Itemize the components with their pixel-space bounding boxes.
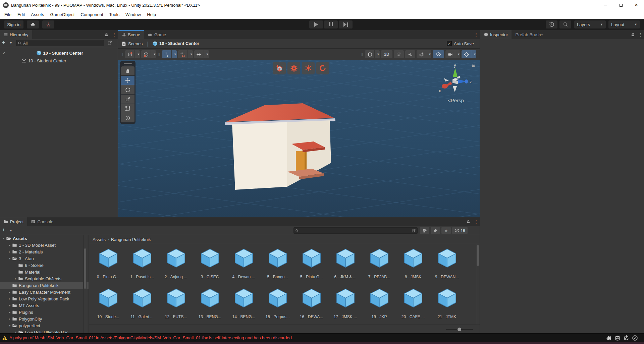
disclosure-arrow-icon[interactable] — [7, 297, 12, 300]
asset-item[interactable]: 16 - DEWA... — [294, 287, 328, 320]
debugger-disabled-button[interactable] — [604, 334, 613, 342]
projection-toggle[interactable]: <Persp — [437, 98, 474, 103]
tree-row[interactable]: polyperfect — [0, 322, 89, 329]
asset-item[interactable]: 4 - Dewan ... — [227, 247, 261, 280]
scene-visibility-button[interactable] — [433, 50, 444, 58]
view-hand-tool-button[interactable] — [121, 66, 135, 75]
tab-hierarchy[interactable]: Hierarchy — [0, 30, 32, 39]
step-button[interactable] — [339, 20, 353, 28]
drag-grip-icon[interactable]: ‖ — [121, 52, 124, 57]
tree-row[interactable]: 3 - Atan — [0, 255, 89, 262]
zoom-slider-knob[interactable] — [458, 328, 461, 331]
breadcrumb-current[interactable]: 10 - Student Center — [159, 41, 199, 46]
gizmos-dropdown[interactable]: ▼ — [471, 50, 476, 58]
tree-row[interactable]: Plugins — [0, 309, 89, 316]
menu-item[interactable]: Window — [122, 10, 144, 19]
close-button[interactable]: × — [629, 0, 644, 10]
search-by-type-button[interactable] — [420, 227, 429, 234]
hidden-packages-button[interactable]: 16 — [452, 227, 468, 234]
asset-item[interactable]: 19 - JKP — [362, 287, 396, 320]
minimize-button[interactable] — [598, 0, 613, 10]
favorites-button[interactable]: ★ — [441, 227, 451, 234]
orientation-gizmo[interactable]: y x z — [436, 62, 476, 99]
search-button[interactable] — [559, 20, 571, 28]
asset-item[interactable]: 8 - JMSK — [396, 247, 430, 280]
scene-lighting-button[interactable] — [394, 50, 404, 58]
tree-row[interactable]: 2 - Materials — [0, 248, 89, 255]
tree-row[interactable]: 6 - Scene — [0, 262, 89, 269]
grid-snapping-button[interactable] — [162, 50, 171, 58]
layers-dropdown[interactable]: Layers▼ — [574, 20, 606, 28]
asset-item[interactable]: 2 - Anjung ... — [159, 247, 193, 280]
undo-history-button[interactable] — [546, 20, 557, 28]
tree-row[interactable]: Assets — [0, 235, 89, 242]
activity-ok-button[interactable] — [631, 334, 639, 342]
scene-effects-button[interactable] — [417, 50, 426, 58]
snap-button[interactable] — [178, 50, 187, 58]
asset-item[interactable]: 0 - Pintu G... — [91, 247, 125, 280]
tab-console[interactable]: Console — [27, 217, 57, 226]
lock-icon[interactable] — [471, 63, 476, 68]
tree-scrollbar[interactable] — [83, 235, 87, 334]
transform-tool-button[interactable] — [121, 113, 135, 122]
kebab-menu-icon[interactable]: ⋮ — [112, 32, 116, 37]
disclosure-arrow-icon[interactable] — [7, 257, 12, 260]
rect-tool-button[interactable] — [121, 104, 135, 113]
kebab-menu-icon[interactable]: ⋮ — [638, 32, 643, 37]
collab-button[interactable] — [42, 20, 54, 28]
menu-item[interactable]: Edit — [14, 10, 28, 19]
asset-item[interactable]: 5 - Pintu G... — [294, 247, 328, 280]
cloud-button[interactable] — [27, 20, 39, 28]
menu-item[interactable]: Tools — [106, 10, 122, 19]
disclosure-arrow-icon[interactable] — [13, 277, 18, 280]
move-tool-button[interactable] — [121, 76, 135, 85]
menu-item[interactable]: Component — [77, 10, 106, 19]
disclosure-arrow-icon[interactable] — [7, 243, 12, 247]
tree-row[interactable]: MT Assets — [0, 302, 89, 309]
tree-row[interactable]: Bangunan Politeknik — [0, 282, 89, 289]
tree-row[interactable]: Scriptable ObJects — [0, 275, 89, 282]
asset-item[interactable]: 13 - BENG... — [193, 287, 227, 320]
asset-item[interactable]: 1 - Pusat Is... — [125, 247, 159, 280]
kebab-menu-icon[interactable]: ⋮ — [474, 32, 478, 37]
asset-item[interactable]: 17 - JMSK ... — [328, 287, 362, 320]
disclosure-arrow-icon[interactable] — [7, 324, 12, 327]
camera-dropdown[interactable]: ▼ — [455, 50, 460, 58]
add-object-button[interactable]: + — [2, 40, 5, 46]
tab-prefab-brush[interactable]: Prefab Brush+ — [512, 30, 547, 39]
tree-row[interactable]: Low Poly Vegetation Pack — [0, 295, 89, 302]
breadcrumb-folder[interactable]: Bangunan Politeknik — [111, 237, 151, 242]
disclosure-arrow-icon[interactable] — [1, 237, 6, 240]
scene-audio-button[interactable] — [405, 50, 415, 58]
open-window-icon[interactable] — [412, 228, 416, 233]
chevron-down-icon[interactable]: ▼ — [9, 41, 12, 45]
disclosure-arrow-icon[interactable] — [7, 304, 12, 307]
shading-mode-dropdown[interactable]: ▼ — [375, 50, 380, 58]
asset-item[interactable]: 6 - JKM & ... — [328, 247, 362, 280]
play-button[interactable] — [309, 20, 323, 28]
status-bar[interactable]: A polygon of Mesh 'SM_Veh_Car_Small_01' … — [0, 333, 644, 342]
tree-row[interactable]: Material — [0, 269, 89, 275]
brush-rotate-button[interactable] — [316, 62, 329, 74]
pivot-dropdown[interactable]: ▼ — [135, 50, 140, 58]
asset-item[interactable]: 10 - Stude... — [91, 287, 125, 320]
snap-dropdown[interactable]: ▼ — [188, 50, 193, 58]
brush-settings-button[interactable] — [287, 62, 300, 74]
asset-item[interactable]: 14 - BENG... — [227, 287, 261, 320]
tree-row[interactable]: Low Poly Ultimate Pac — [0, 329, 89, 334]
lock-icon[interactable] — [104, 33, 109, 37]
hierarchy-search-field[interactable]: All — [16, 40, 104, 46]
2d-toggle-button[interactable]: 2D — [381, 50, 392, 58]
drag-grip-icon[interactable]: ‖ — [361, 52, 364, 57]
add-prefab-button[interactable] — [273, 62, 286, 74]
open-window-icon[interactable] — [107, 40, 113, 46]
grid-scrollbar[interactable] — [476, 244, 479, 325]
auto-refresh-disabled-button[interactable] — [622, 334, 631, 342]
lock-icon[interactable] — [631, 33, 635, 37]
tab-scene[interactable]: Scene — [118, 30, 144, 39]
asset-item[interactable]: 15 - Perpus... — [261, 287, 294, 320]
asset-item[interactable]: 7 - PEJAB... — [362, 247, 396, 280]
project-search-field[interactable] — [293, 227, 418, 234]
asset-item[interactable]: 11 - Galeri ... — [125, 287, 159, 320]
sign-in-button[interactable]: Sign in — [4, 20, 23, 28]
